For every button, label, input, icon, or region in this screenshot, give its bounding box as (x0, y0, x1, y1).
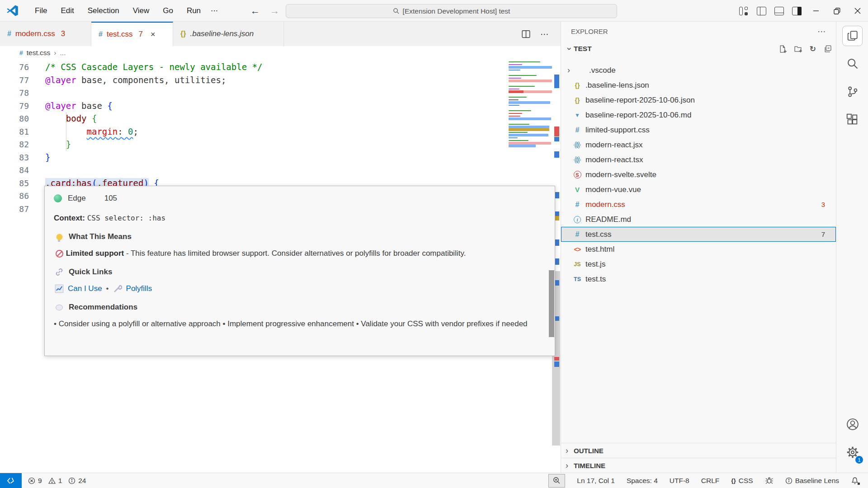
json-file-icon: {} (180, 30, 186, 38)
new-file-icon[interactable] (779, 45, 787, 53)
link-separator: • (106, 282, 109, 295)
timeline-section-header[interactable]: › TIMELINE (561, 458, 836, 473)
bug-icon[interactable] (765, 477, 774, 484)
command-center-search[interactable]: [Extension Development Host] test (286, 4, 617, 18)
chart-icon (55, 284, 64, 293)
file-row-baseline-report-2025-10-06.md[interactable]: ▼baseline-report-2025-10-06.md (561, 108, 836, 122)
close-window-button[interactable] (847, 0, 868, 22)
breadcrumb-file[interactable]: test.css (27, 49, 51, 57)
file-row-modern-svelte.svelte[interactable]: Smodern-svelte.svelte (561, 167, 836, 182)
eol-button[interactable]: CRLF (701, 477, 719, 485)
tab-test-css[interactable]: # test.css 7 × (91, 22, 173, 46)
status-bar: 9 1 24 Ln 17, Col 1 Spaces: 4 UTF-8 CRLF… (0, 473, 868, 488)
account-button[interactable] (836, 410, 868, 438)
remote-indicator-button[interactable] (0, 473, 22, 488)
file-row-modern-react.jsx[interactable]: modern-react.jsx (561, 137, 836, 152)
warning-icon (48, 477, 56, 484)
menu-edit[interactable]: Edit (55, 5, 79, 17)
code-line-78[interactable]: 78 (0, 86, 561, 99)
explorer-more-actions-icon[interactable]: ⋯ (817, 26, 826, 37)
new-folder-icon[interactable] (794, 45, 802, 53)
file-row-.vscode[interactable]: ›.vscode (561, 63, 836, 78)
activity-source-control-button[interactable] (836, 78, 868, 106)
file-row-README.md[interactable]: iREADME.md (561, 212, 836, 227)
editor-more-actions-icon[interactable]: ⋯ (540, 29, 549, 39)
toggle-panel-icon[interactable] (774, 7, 784, 15)
code-line-82[interactable]: 82 } (0, 138, 561, 151)
minimize-button[interactable] (806, 0, 826, 22)
menu-file[interactable]: File (29, 5, 52, 17)
cursor-position-button[interactable]: Ln 17, Col 1 (577, 477, 615, 485)
settings-button[interactable]: 1 (836, 438, 868, 466)
support-status-dot-icon (54, 194, 62, 202)
file-row-.baseline-lens.json[interactable]: {}.baseline-lens.json (561, 78, 836, 93)
code-line-83[interactable]: 83} (0, 151, 561, 164)
collapse-folders-icon[interactable] (824, 45, 831, 53)
baseline-lens-button[interactable]: Baseline Lens (785, 477, 839, 485)
problems-button[interactable]: 9 1 24 (28, 477, 90, 485)
indentation-button[interactable]: Spaces: 4 (627, 477, 658, 485)
code-line-81[interactable]: 81 margin: 0; (0, 125, 561, 138)
tab-label: modern.css (15, 29, 55, 38)
breadcrumb-symbol[interactable]: ... (60, 49, 66, 57)
code-line-84[interactable]: 84 (0, 164, 561, 177)
file-row-test.css[interactable]: #test.css7 (561, 227, 836, 242)
toggle-primary-sidebar-icon[interactable] (757, 7, 766, 15)
context-value-text: CSS selector: :has (87, 214, 165, 222)
activity-search-button[interactable] (836, 50, 868, 78)
activity-explorer-button[interactable] (836, 22, 868, 50)
tab-baseline-lens-json[interactable]: {} .baseline-lens.json (173, 22, 284, 46)
outline-section-header[interactable]: › OUTLINE (561, 443, 836, 458)
restore-button[interactable] (826, 0, 847, 22)
info-count: 24 (78, 477, 86, 485)
notification-dot (858, 483, 860, 485)
file-row-modern-react.tsx[interactable]: modern-react.tsx (561, 152, 836, 167)
error-count: 9 (38, 477, 42, 485)
can-i-use-link[interactable]: Can I Use (68, 282, 102, 295)
customize-layout-icon[interactable] (739, 7, 749, 15)
file-label: .baseline-lens.json (585, 81, 649, 90)
split-editor-icon[interactable] (522, 30, 530, 38)
nav-forward-button[interactable]: → (270, 5, 279, 16)
file-label: test.ts (585, 275, 606, 284)
json-file-icon: {} (573, 97, 582, 104)
react-file-icon (573, 141, 582, 149)
polyfills-link[interactable]: Polyfills (126, 282, 152, 295)
file-row-modern.css[interactable]: #modern.css3 (561, 197, 836, 212)
code-line-79[interactable]: 79@layer base { (0, 99, 561, 113)
minimap[interactable] (509, 61, 554, 147)
chevron-right-icon: › (567, 66, 576, 75)
language-mode-button[interactable]: {} CSS (731, 477, 753, 485)
file-row-test.html[interactable]: <>test.html (561, 242, 836, 257)
menu-go[interactable]: Go (157, 5, 179, 17)
code-line-77[interactable]: 77@layer base, components, utilities; (0, 74, 561, 87)
wrench-icon (113, 284, 122, 293)
extensions-icon (846, 113, 859, 126)
activity-extensions-button[interactable] (836, 106, 868, 134)
menu-selection[interactable]: Selection (82, 5, 125, 17)
menu-overflow-button[interactable]: ⋯ (206, 5, 222, 17)
code-line-80[interactable]: 80 body { (0, 112, 561, 125)
notifications-button[interactable] (851, 477, 859, 485)
code-line-76[interactable]: 76/* CSS Cascade Layers - newly availabl… (0, 61, 561, 74)
toggle-secondary-sidebar-icon[interactable] (792, 7, 802, 15)
file-row-baseline-report-2025-10-06.json[interactable]: {}baseline-report-2025-10-06.json (561, 93, 836, 108)
explorer-title: EXPLORER (571, 28, 608, 35)
zoom-indicator[interactable] (548, 474, 565, 488)
file-row-test.js[interactable]: JStest.js (561, 257, 836, 272)
tooltip-scrollbar-thumb[interactable] (549, 270, 554, 337)
refresh-explorer-icon[interactable]: ↻ (810, 44, 816, 54)
encoding-button[interactable]: UTF-8 (670, 477, 689, 485)
file-row-limited-support.css[interactable]: #limited-support.css (561, 122, 836, 137)
tab-close-icon[interactable]: × (151, 30, 156, 39)
menu-run[interactable]: Run (181, 5, 206, 17)
file-label: modern-svelte.svelte (585, 170, 656, 179)
file-label: test.html (585, 245, 614, 254)
nav-back-button[interactable]: ← (250, 5, 260, 16)
file-row-test.ts[interactable]: TStest.ts (561, 272, 836, 286)
tab-modern-css[interactable]: # modern.css 3 (0, 22, 91, 46)
code-editor[interactable]: 76/* CSS Cascade Layers - newly availabl… (0, 60, 561, 473)
menu-view[interactable]: View (127, 5, 155, 17)
file-row-modern-vue.vue[interactable]: Vmodern-vue.vue (561, 182, 836, 197)
workspace-section-header[interactable]: › TEST ↻ (561, 41, 836, 56)
